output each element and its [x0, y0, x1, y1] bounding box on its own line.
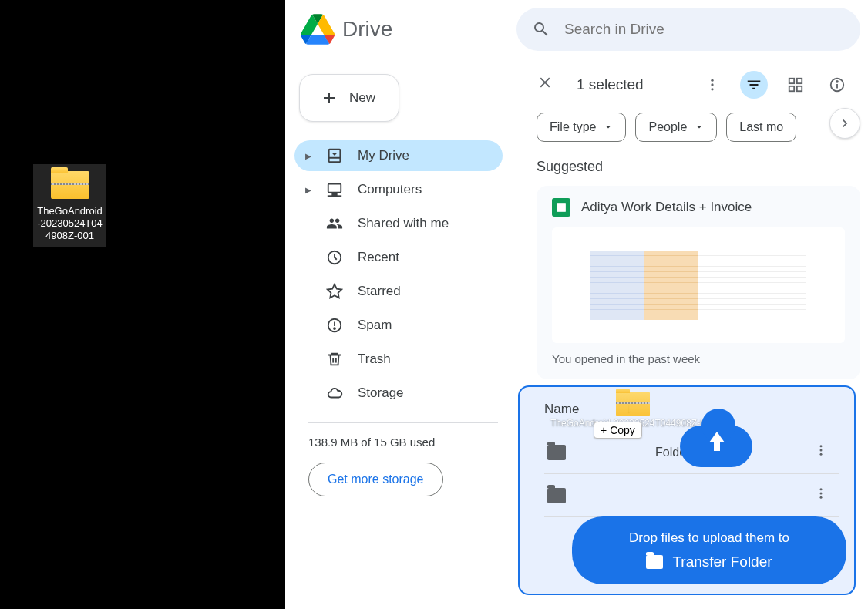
suggested-card-header: Aditya Work Details + Invoice — [552, 198, 845, 217]
shared-icon — [325, 214, 344, 233]
search-input[interactable] — [564, 21, 845, 38]
suggested-card[interactable]: Aditya Work Details + Invoice — [537, 186, 860, 379]
sidebar-item-label: Trash — [358, 352, 391, 367]
selection-toolbar: 1 selected — [520, 66, 860, 113]
star-icon — [325, 282, 344, 301]
sidebar-item-label: Starred — [358, 284, 401, 299]
chip-label: Last mo — [739, 120, 783, 134]
scroll-right-button[interactable] — [829, 108, 860, 139]
app-title: Drive — [342, 17, 392, 42]
upload-cloud-icon — [680, 418, 752, 466]
sidebar-nav: ▶ My Drive ▶ Computers — [294, 140, 503, 409]
sidebar-item-label: Recent — [358, 250, 399, 265]
drop-banner: Drop files to upload them to Transfer Fo… — [572, 516, 846, 584]
google-sheets-icon — [552, 198, 570, 217]
computers-icon — [325, 180, 344, 199]
sidebar-item-trash[interactable]: Trash — [294, 344, 503, 375]
svg-point-6 — [334, 328, 335, 329]
new-button-label: New — [349, 90, 375, 106]
zip-archive-icon — [51, 171, 89, 202]
filter-chip-people[interactable]: People — [635, 113, 717, 142]
expand-icon[interactable]: ▶ — [305, 186, 311, 194]
sidebar: New ▶ My Drive ▶ C — [285, 59, 516, 609]
my-drive-icon — [325, 146, 344, 165]
info-icon[interactable] — [823, 71, 851, 99]
trash-icon — [325, 350, 344, 368]
suggested-preview — [552, 227, 845, 343]
zip-archive-icon — [616, 392, 650, 416]
dropzone[interactable]: Name ↓ TheGoAndroid-20230524T044908Z-001… — [518, 385, 856, 595]
search-bar[interactable] — [516, 8, 860, 51]
filter-icon[interactable] — [740, 71, 768, 99]
filter-chip-last-modified[interactable]: Last mo — [726, 113, 796, 142]
svg-rect-15 — [797, 86, 802, 91]
row-more-icon[interactable] — [806, 440, 836, 464]
svg-point-23 — [820, 493, 823, 495]
sidebar-item-my-drive[interactable]: ▶ My Drive — [294, 140, 503, 171]
sidebar-item-recent[interactable]: Recent — [294, 242, 503, 273]
divider — [308, 422, 498, 423]
svg-point-9 — [711, 79, 713, 82]
more-options-icon[interactable] — [698, 71, 726, 99]
sidebar-item-label: Storage — [358, 385, 404, 401]
svg-point-19 — [820, 445, 823, 447]
folder-icon — [547, 488, 566, 503]
svg-point-24 — [820, 496, 823, 499]
drop-banner-text: Drop files to upload them to — [594, 530, 825, 546]
chevron-right-icon — [837, 116, 853, 131]
filter-chip-file-type[interactable]: File type — [537, 113, 626, 142]
svg-rect-14 — [789, 86, 794, 91]
recent-icon — [325, 248, 344, 267]
suggested-card-title: Aditya Work Details + Invoice — [581, 200, 752, 215]
svg-point-18 — [836, 81, 838, 82]
drop-target-folder: Transfer Folder — [672, 553, 772, 570]
filter-chips: File type People Last mo — [520, 113, 860, 159]
chip-label: People — [648, 120, 687, 134]
sidebar-item-shared-with-me[interactable]: Shared with me — [294, 208, 503, 239]
desktop-file-label: TheGoAndroid-20230524T044908Z-001 — [33, 205, 106, 242]
sidebar-item-label: My Drive — [358, 148, 409, 163]
chip-label: File type — [550, 120, 596, 134]
table-row[interactable] — [544, 474, 839, 517]
get-more-storage-button[interactable]: Get more storage — [308, 463, 443, 496]
suggested-card-subtitle: You opened in the past week — [552, 352, 845, 365]
logo-area[interactable]: Drive — [301, 14, 501, 45]
svg-rect-12 — [789, 79, 794, 83]
google-drive-icon — [301, 14, 335, 45]
desktop-area: TheGoAndroid-20230524T044908Z-001 — [0, 0, 285, 609]
chevron-down-icon — [695, 123, 704, 132]
main-content: 1 selected File ty — [516, 59, 868, 609]
new-button[interactable]: New — [299, 74, 399, 122]
close-icon[interactable] — [537, 74, 553, 96]
sidebar-item-computers[interactable]: ▶ Computers — [294, 174, 503, 205]
cloud-icon — [325, 384, 344, 402]
desktop-file[interactable]: TheGoAndroid-20230524T044908Z-001 — [33, 164, 106, 247]
sidebar-item-storage[interactable]: Storage — [294, 378, 503, 409]
drive-app: Drive New ▶ — [285, 0, 868, 609]
plus-icon — [320, 89, 338, 107]
grid-view-icon[interactable] — [782, 71, 809, 99]
folder-icon — [646, 555, 663, 569]
svg-rect-13 — [797, 79, 802, 83]
storage-usage-text: 138.9 MB of 15 GB used — [308, 436, 503, 449]
svg-point-11 — [711, 88, 713, 90]
sidebar-item-label: Computers — [358, 182, 422, 197]
folder-icon — [547, 445, 566, 460]
sidebar-item-label: Spam — [358, 318, 392, 333]
sidebar-item-starred[interactable]: Starred — [294, 276, 503, 307]
svg-point-21 — [820, 453, 823, 456]
sidebar-item-label: Shared with me — [358, 216, 449, 231]
svg-point-20 — [820, 449, 823, 452]
spam-icon — [325, 316, 344, 335]
selection-count: 1 selected — [577, 76, 644, 93]
expand-icon[interactable]: ▶ — [305, 152, 311, 160]
svg-point-22 — [820, 488, 823, 490]
row-more-icon[interactable] — [806, 483, 836, 507]
svg-point-10 — [711, 83, 713, 86]
header: Drive — [285, 0, 868, 59]
chevron-down-icon — [604, 123, 613, 132]
search-icon — [532, 20, 550, 39]
svg-rect-1 — [332, 194, 337, 196]
sidebar-item-spam[interactable]: Spam — [294, 310, 503, 341]
svg-rect-0 — [328, 184, 341, 193]
